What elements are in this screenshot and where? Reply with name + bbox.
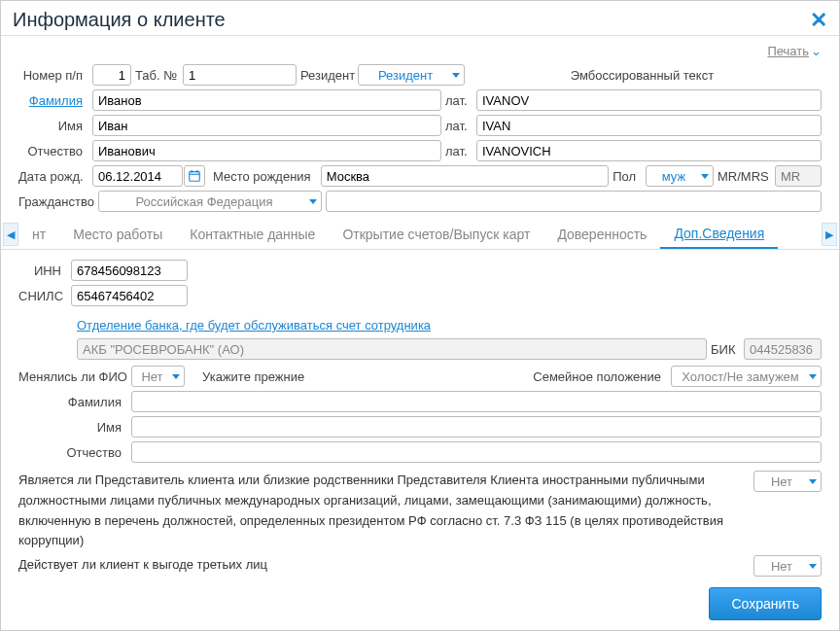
prev-label: Укажите прежние: [189, 369, 310, 384]
chevron-down-icon: [309, 199, 317, 204]
print-row: Печать⌄: [1, 36, 839, 64]
resident-select[interactable]: Резидент: [358, 64, 465, 86]
tab-workplace[interactable]: Место работы: [59, 221, 176, 248]
fio-change-select[interactable]: Нет: [131, 366, 185, 387]
mrmrs-input[interactable]: [775, 165, 822, 187]
citizenship-extra-input[interactable]: [326, 191, 822, 212]
name-input[interactable]: [92, 115, 441, 136]
prev-name-label: Имя: [18, 420, 127, 435]
prev-patr-input[interactable]: [131, 441, 822, 463]
mrmrs-label: MR/MRS: [718, 169, 771, 184]
dob-label: Дата рожд.: [18, 169, 88, 184]
name-label: Имя: [18, 119, 88, 133]
fio-change-label: Менялись ли ФИО: [18, 369, 127, 384]
svg-rect-3: [196, 170, 197, 173]
close-icon[interactable]: ✕: [810, 10, 827, 31]
bank-branch-link[interactable]: Отделение банка, где будет обслуживаться…: [77, 318, 431, 333]
print-link[interactable]: Печать⌄: [767, 44, 822, 58]
num-pp-label: Номер п/п: [18, 68, 88, 83]
chevron-down-icon: ⌄: [811, 44, 822, 58]
q1-value: Нет: [758, 474, 805, 489]
lat-label-2: лат.: [445, 119, 472, 133]
bik-input[interactable]: [744, 338, 822, 360]
save-button[interactable]: Сохранить: [709, 587, 822, 620]
prev-surname-input[interactable]: [131, 391, 822, 412]
pob-label: Место рождения: [209, 169, 317, 184]
chevron-down-icon: [809, 479, 817, 484]
chevron-down-icon: [452, 73, 460, 78]
marital-select[interactable]: Холост/Не замужем: [671, 366, 822, 387]
lat-label: лат.: [445, 93, 472, 108]
prev-surname-label: Фамилия: [18, 395, 127, 409]
dialog-title: Информация о клиенте: [13, 9, 226, 31]
chevron-down-icon: [701, 174, 709, 179]
pob-input[interactable]: [321, 165, 609, 187]
name-lat-input[interactable]: [476, 115, 822, 136]
tab-cut[interactable]: нт: [18, 221, 59, 248]
surname-label-link[interactable]: Фамилия: [18, 93, 88, 108]
tab-accounts[interactable]: Открытие счетов/Выпуск карт: [329, 221, 543, 248]
sex-select[interactable]: муж: [646, 165, 714, 187]
citizenship-value: Российская Федерация: [103, 194, 305, 209]
num-pp-input[interactable]: [92, 64, 131, 86]
q2-value: Нет: [758, 559, 805, 574]
chevron-down-icon: [172, 374, 180, 379]
lat-label-3: лат.: [445, 144, 472, 158]
svg-rect-2: [192, 170, 192, 173]
tab-no-label: Таб. №: [135, 68, 179, 83]
sex-value: муж: [650, 169, 697, 184]
inn-label: ИНН: [18, 263, 67, 278]
surname-input[interactable]: [92, 89, 441, 111]
resident-value: Резидент: [363, 68, 448, 83]
footer: Сохранить: [709, 587, 822, 620]
tab-contacts[interactable]: Контактные данные: [176, 221, 329, 248]
question-foreign-official: Является ли Представитель клиента или бл…: [18, 471, 744, 551]
client-info-dialog: Информация о клиенте ✕ Печать⌄ Номер п/п…: [0, 0, 840, 631]
prev-patr-label: Отчество: [18, 445, 127, 460]
citizenship-label: Гражданство: [18, 194, 94, 209]
q2-select[interactable]: Нет: [753, 555, 822, 577]
chevron-down-icon: [809, 374, 817, 379]
titlebar: Информация о клиенте ✕: [1, 1, 839, 36]
bank-input[interactable]: [77, 338, 707, 360]
surname-lat-input[interactable]: [476, 89, 822, 111]
patronymic-lat-input[interactable]: [476, 140, 822, 161]
marital-label: Семейное положение: [533, 369, 667, 384]
snils-label: СНИЛС: [18, 289, 67, 303]
tab-scroll-right[interactable]: ▶: [822, 223, 837, 246]
citizenship-select[interactable]: Российская Федерация: [98, 191, 322, 212]
svg-rect-0: [190, 172, 200, 182]
sex-label: Пол: [612, 169, 642, 184]
q1-select[interactable]: Нет: [753, 471, 822, 492]
fio-change-value: Нет: [136, 369, 168, 384]
tab-scroll-left[interactable]: ◀: [3, 223, 18, 246]
marital-value: Холост/Не замужем: [676, 369, 805, 384]
prev-name-input[interactable]: [131, 416, 822, 438]
tab-poa[interactable]: Доверенность: [543, 221, 660, 248]
snils-input[interactable]: [71, 285, 188, 306]
inn-input[interactable]: [71, 260, 188, 281]
content: Номер п/п Таб. № Резидент Резидент Эмбос…: [1, 64, 839, 577]
question-third-party: Действует ли клиент к выгоде третьих лиц: [18, 555, 744, 576]
resident-label: Резидент: [300, 68, 354, 83]
bik-label: БИК: [711, 342, 740, 357]
calendar-icon[interactable]: [184, 165, 205, 187]
chevron-down-icon: [809, 564, 817, 569]
tab-bar: ◀ нт Место работы Контактные данные Откр…: [1, 220, 839, 250]
print-label: Печать: [767, 44, 809, 58]
tab-no-input[interactable]: [183, 64, 297, 86]
tab-extra[interactable]: Доп.Сведения: [660, 220, 778, 249]
patronymic-label: Отчество: [18, 144, 88, 158]
emboss-label: Эмбоссированный текст: [469, 68, 822, 83]
dob-input[interactable]: [92, 165, 183, 187]
patronymic-input[interactable]: [92, 140, 441, 161]
